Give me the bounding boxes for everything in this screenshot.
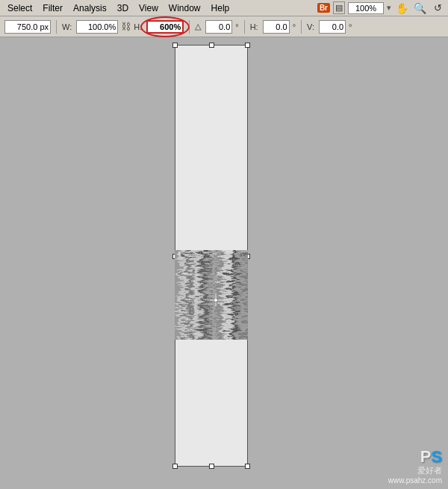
menu-view[interactable]: View	[134, 1, 163, 15]
watermark-tagline: 爱好者	[417, 465, 442, 476]
dropdown-icon[interactable]: ▤	[333, 1, 345, 14]
zoom-dropdown-arrow[interactable]: ▾	[387, 3, 391, 13]
link-proportional-icon[interactable]: ⛓	[121, 21, 131, 32]
handle-top-mid[interactable]	[209, 43, 214, 48]
menu-bar: Select Filter Analysis 3D View Window He…	[0, 0, 448, 16]
menu-analysis[interactable]: Analysis	[69, 1, 111, 15]
hskew-label: H:	[250, 22, 258, 31]
handle-top-left[interactable]	[172, 43, 178, 48]
w-scale-input[interactable]	[76, 20, 118, 34]
texture-layer	[175, 250, 248, 340]
degree-3: °	[349, 22, 352, 31]
handle-bottom-mid[interactable]	[209, 464, 214, 469]
rotate-input[interactable]	[205, 20, 232, 34]
h-scale-input[interactable]	[146, 20, 184, 34]
rotate-tool-icon[interactable]: ↺	[430, 1, 445, 15]
texture-svg	[175, 250, 248, 340]
watermark-ps-text: P	[420, 447, 432, 466]
watermark: PS 爱好者 www.psahz.com	[388, 449, 442, 485]
h-label: H:	[134, 22, 142, 31]
canvas-area: PS 爱好者 www.psahz.com	[0, 37, 448, 489]
watermark-ps-logo: PS	[420, 449, 442, 465]
menu-3d[interactable]: 3D	[113, 1, 133, 15]
vskew-label: V:	[307, 22, 314, 31]
zoom-input[interactable]	[348, 2, 384, 14]
handle-bottom-right[interactable]	[245, 464, 250, 469]
options-bar: W: ⛓ H: △ ° H: ° V: °	[0, 16, 448, 37]
vskew-input[interactable]	[319, 20, 346, 34]
menu-right-section: Br ▤ ▾ ✋ 🔍 ↺	[317, 1, 445, 15]
divider-4	[301, 20, 302, 34]
menu-filter[interactable]: Filter	[38, 1, 67, 15]
menu-select[interactable]: Select	[3, 1, 37, 15]
degree-1: °	[235, 22, 238, 31]
watermark-s-text: S	[431, 447, 442, 466]
divider-2	[189, 20, 190, 34]
watermark-url: www.psahz.com	[388, 476, 442, 485]
degree-2: °	[293, 22, 296, 31]
menu-window[interactable]: Window	[164, 1, 205, 15]
zoom-tool-icon[interactable]: 🔍	[412, 1, 427, 15]
hskew-input[interactable]	[263, 20, 290, 34]
menu-help[interactable]: Help	[207, 1, 234, 15]
x-position-input[interactable]	[4, 20, 51, 34]
divider-1	[56, 20, 57, 34]
svg-rect-11	[175, 250, 248, 340]
h-scale-highlight	[146, 20, 184, 34]
br-badge[interactable]: Br	[317, 3, 330, 13]
hand-tool-icon[interactable]: ✋	[394, 1, 409, 15]
divider-3	[244, 20, 245, 34]
handle-bottom-left[interactable]	[172, 464, 178, 469]
rotate-label: △	[195, 22, 201, 31]
w-label: W:	[62, 22, 72, 31]
handle-top-right[interactable]	[245, 43, 250, 48]
